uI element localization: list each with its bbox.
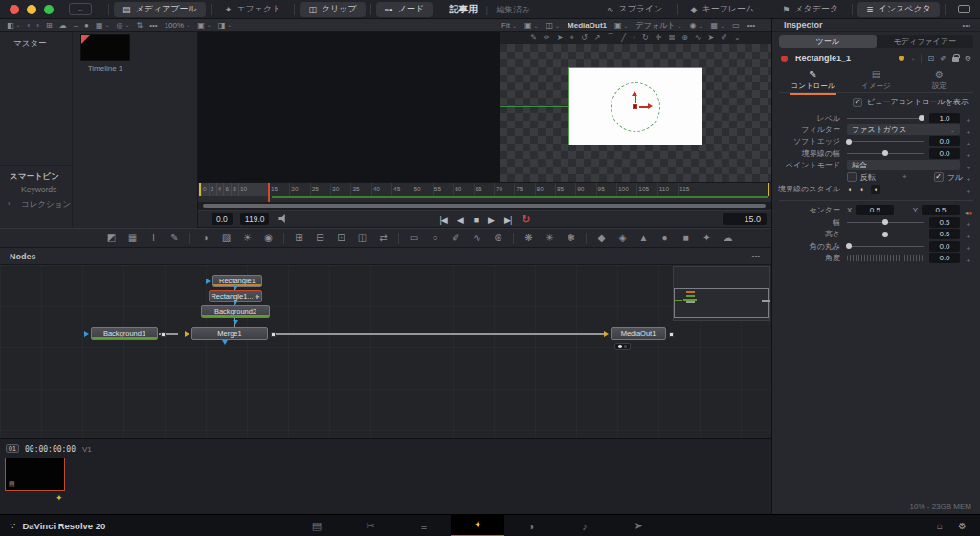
node-tool-icon-4-1[interactable]: ✳: [544, 233, 556, 243]
inspector-subtab-コントロール[interactable]: ✎コントロール: [788, 69, 839, 92]
param-slider[interactable]: [847, 118, 924, 119]
settings-gear-icon[interactable]: ⚙: [965, 55, 971, 63]
node-tool-icon-2-0[interactable]: ⊞: [293, 233, 305, 243]
border-style-option-1[interactable]: ◖: [847, 185, 852, 194]
bin-collections[interactable]: コレクション: [21, 199, 71, 211]
node-tool-icon-2-2[interactable]: ⊡: [335, 233, 347, 243]
node-tool-icon-3-0[interactable]: ▭: [408, 233, 420, 243]
channel-select-icon[interactable]: ▣⌄: [524, 21, 539, 30]
modifier-dot[interactable]: ✦: [963, 181, 974, 198]
playhead[interactable]: [268, 183, 270, 202]
modifier-dot[interactable]: ✦: [902, 173, 907, 181]
draw-tool-5[interactable]: ↺: [581, 34, 588, 42]
draw-tool-3[interactable]: ➤: [557, 34, 564, 42]
node-merge1[interactable]: Merge1: [191, 327, 268, 340]
node-tool-icon-3-2[interactable]: ✐: [450, 233, 462, 243]
titlebar-button-metadata[interactable]: ⚑メタデータ: [773, 2, 847, 17]
chevron-down-icon[interactable]: ⌄: [910, 56, 915, 61]
param-slider[interactable]: [847, 153, 924, 154]
param-value-field[interactable]: 0.5: [929, 229, 960, 239]
split-view-icon[interactable]: ◫⌄: [546, 21, 561, 30]
node-tool-icon-1-0[interactable]: ◑: [199, 233, 212, 243]
view-grid-icon[interactable]: ▦⌄: [96, 21, 110, 30]
draw-tool-16[interactable]: ✐: [721, 34, 727, 42]
viewed-node-name[interactable]: MediaOut1: [568, 21, 607, 30]
node-output-handle[interactable]: [669, 332, 674, 337]
options-menu[interactable]: •••: [747, 21, 755, 30]
inspector-subtab-設定[interactable]: ⚙設定: [914, 69, 966, 92]
draw-tool-11[interactable]: ✛: [656, 34, 662, 42]
window-layout-icon[interactable]: ⌄: [69, 3, 92, 15]
inspector-options-menu[interactable]: •••: [963, 21, 980, 30]
draw-tool-17[interactable]: ⌄: [734, 34, 741, 42]
node-enable-toggle[interactable]: [781, 56, 788, 62]
timeline-scrollbar-thumb[interactable]: [203, 204, 766, 208]
gamut-icon[interactable]: ◉⌄: [690, 21, 703, 30]
guides-grid-icon[interactable]: ▦⌄: [711, 21, 725, 30]
forward-icon[interactable]: ›: [36, 21, 39, 30]
nodes-options-menu[interactable]: •••: [752, 252, 771, 260]
transport-go-first-button[interactable]: |◀: [439, 215, 446, 225]
bin-keywords[interactable]: Keywords: [21, 185, 56, 194]
modifier-dot[interactable]: ✦: [963, 250, 974, 267]
page-fairlight[interactable]: ♪: [558, 515, 612, 536]
node-tool-icon-0-0[interactable]: ◩: [105, 233, 118, 243]
param-value-field[interactable]: 0.0: [929, 148, 960, 159]
node-output-handle[interactable]: [271, 332, 276, 337]
timeline-thumbnail[interactable]: [80, 34, 130, 61]
home-icon[interactable]: ⌂: [937, 521, 943, 531]
node-tool-icon-0-2[interactable]: T: [147, 233, 160, 243]
draw-tool-13[interactable]: ⊕: [681, 34, 688, 42]
checkbox-フル[interactable]: ✓: [934, 172, 944, 182]
node-tool-icon-3-1[interactable]: ○: [429, 233, 441, 243]
zoom-level[interactable]: 100%⌄: [165, 21, 191, 30]
transport-go-last-button[interactable]: ▶|: [504, 215, 511, 225]
time-ruler[interactable]: 0246810152025303540455055606570758085909…: [198, 182, 771, 202]
back-icon[interactable]: ‹: [28, 21, 31, 30]
timeline-scrollbar[interactable]: [198, 202, 771, 210]
lock-icon[interactable]: [952, 57, 959, 62]
y-value-field[interactable]: 0.5: [922, 205, 960, 215]
node-tool-icon-3-4[interactable]: ⊛: [492, 233, 504, 243]
param-slider[interactable]: [847, 246, 924, 247]
page-cut[interactable]: ✂: [344, 515, 397, 536]
version-color-dot[interactable]: [899, 56, 904, 61]
titlebar-button-spline[interactable]: ∿スプライン: [598, 2, 672, 17]
node-mediaout1[interactable]: MediaOut1: [611, 327, 666, 340]
inspector-tab-ツール[interactable]: ツール: [779, 35, 877, 48]
more-icon[interactable]: •••: [149, 21, 157, 30]
clean-feed-icon[interactable]: [958, 5, 970, 13]
proxy-icon[interactable]: ▣⌄: [614, 21, 629, 30]
node-tool-icon-3-3[interactable]: ∿: [471, 233, 483, 243]
page-media[interactable]: ▤: [290, 515, 344, 536]
viewer-transparency-checkerboard[interactable]: [500, 44, 771, 182]
node-tool-icon-2-4[interactable]: ⇄: [377, 233, 390, 243]
viewer-assign-buttons[interactable]: [614, 343, 631, 350]
zoom-window-button[interactable]: [44, 5, 54, 14]
page-deliver[interactable]: ➤: [612, 515, 665, 536]
checkbox-反転[interactable]: [847, 172, 857, 182]
node-editor[interactable]: Rectangle1Rectangle1...✛Background2Backg…: [0, 264, 771, 438]
param-slider[interactable]: [847, 222, 924, 223]
page-edit[interactable]: ≡: [397, 515, 451, 536]
close-window-button[interactable]: [10, 5, 19, 14]
node-tool-icon-4-2[interactable]: ❃: [565, 233, 577, 243]
node-background1[interactable]: Background1: [91, 327, 158, 340]
param-value-field[interactable]: 0.0: [929, 241, 960, 252]
transport-stop-button[interactable]: ■: [474, 215, 478, 225]
viewer-controls-checkbox[interactable]: ✓: [853, 98, 862, 107]
node-tool-icon-1-3[interactable]: ◉: [262, 233, 275, 243]
node-tool-icon-5-6[interactable]: ☁: [722, 233, 734, 243]
range-in-marker[interactable]: [199, 183, 201, 196]
param-dropdown[interactable]: ファストガウス⌄: [847, 124, 960, 135]
bin-master[interactable]: マスター: [13, 38, 47, 50]
param-value-field[interactable]: 0.0: [929, 136, 960, 146]
draw-tool-6[interactable]: ↗: [594, 34, 601, 42]
node-tool-icon-5-5[interactable]: ✦: [701, 233, 713, 243]
node-tool-icon-1-2[interactable]: ☀: [241, 233, 254, 243]
draw-tool-2[interactable]: ✏: [544, 34, 550, 42]
titlebar-button-clips[interactable]: ◫クリップ: [300, 2, 365, 17]
viewer-canvas-panel[interactable]: ✎✏➤⌖↺↗⌒╱▫↻✛⊠⊕∿➤✐⌄: [500, 32, 771, 182]
page-color[interactable]: ◑: [504, 515, 558, 536]
inspector-tab-モディファイアー[interactable]: モディファイアー: [877, 35, 974, 48]
